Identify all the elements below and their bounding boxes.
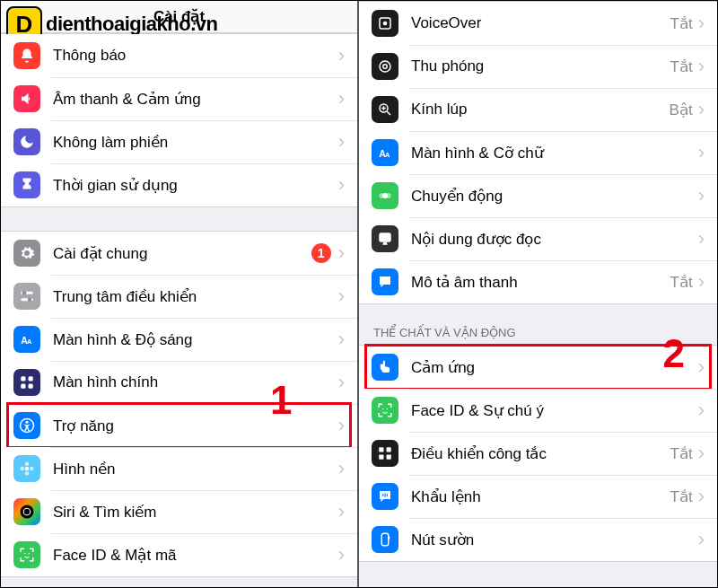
svg-point-3 — [28, 298, 32, 303]
svg-rect-37 — [387, 455, 391, 460]
settings-group: Cài đặt chung1›Trung tâm điều khiển›AAMà… — [1, 231, 357, 577]
chevron-right-icon: › — [698, 443, 705, 463]
svg-point-30 — [386, 193, 391, 198]
svg-point-12 — [25, 467, 30, 471]
row-label: Cảm ứng — [411, 358, 698, 377]
settings-row[interactable]: Face ID & Mật mã› — [1, 533, 357, 576]
settings-row[interactable]: VoiceOverTắt› — [359, 2, 717, 45]
chevron-right-icon: › — [698, 229, 705, 249]
gear-icon — [13, 240, 40, 267]
svg-point-32 — [382, 408, 384, 410]
chevron-right-icon: › — [698, 487, 705, 506]
row-value: Tắt — [670, 444, 693, 463]
svg-rect-34 — [379, 447, 383, 452]
settings-row[interactable]: Âm thanh & Cảm ứng› — [1, 77, 357, 120]
row-label: Điều khiển công tắc — [411, 444, 670, 463]
svg-rect-38 — [381, 533, 389, 546]
hourglass-icon — [13, 171, 40, 198]
svg-point-19 — [24, 553, 26, 555]
settings-row[interactable]: Màn hình chính› — [1, 361, 357, 404]
svg-rect-39 — [389, 536, 390, 540]
svg-rect-7 — [29, 376, 33, 381]
siri-icon — [13, 498, 40, 525]
row-value: Tắt — [670, 487, 693, 506]
settings-row[interactable]: Khẩu lệnhTắt› — [359, 475, 717, 518]
svg-rect-8 — [21, 384, 25, 389]
svg-rect-36 — [379, 455, 383, 460]
svg-point-15 — [21, 467, 25, 471]
touch-icon — [372, 354, 398, 381]
settings-row[interactable]: Siri & Tìm kiếm› — [1, 490, 357, 533]
chevron-right-icon: › — [338, 416, 345, 435]
settings-row[interactable]: Mô tả âm thanhTắt› — [359, 260, 717, 303]
motion-icon — [372, 182, 398, 209]
svg-text:A: A — [385, 151, 390, 159]
settings-row[interactable]: Cài đặt chung1› — [1, 232, 357, 275]
settings-row[interactable]: Hình nền› — [1, 447, 357, 490]
chevron-right-icon: › — [338, 132, 345, 152]
settings-row[interactable]: Trợ năng› — [1, 404, 357, 447]
settings-row[interactable]: Face ID & Sự chú ý› — [359, 389, 717, 432]
bell-icon — [13, 42, 40, 69]
svg-point-23 — [380, 61, 390, 72]
row-label: Hình nền — [53, 460, 338, 478]
svg-rect-35 — [387, 447, 391, 452]
chevron-right-icon: › — [338, 329, 345, 349]
moon-icon — [13, 128, 40, 155]
settings-row[interactable]: Nút sườn› — [359, 518, 717, 561]
settings-group: Cảm ứng›Face ID & Sự chú ý›Điều khiển cô… — [359, 345, 717, 562]
svg-point-22 — [383, 22, 388, 26]
row-label: Nút sườn — [411, 531, 698, 549]
zoom-icon — [372, 53, 398, 80]
row-label: Face ID & Mật mã — [53, 546, 338, 565]
settings-row[interactable]: Thời gian sử dụng› — [1, 163, 357, 206]
speech-icon — [372, 225, 398, 252]
settings-row[interactable]: AAMàn hình & Độ sáng› — [1, 318, 357, 361]
textsize-icon: AA — [372, 139, 398, 166]
chevron-right-icon: › — [338, 46, 345, 66]
row-label: Mô tả âm thanh — [411, 273, 670, 292]
row-value: Tắt — [670, 273, 693, 292]
settings-row[interactable]: Thu phóngTắt› — [359, 45, 717, 88]
section-header: THỂ CHẤT VÀ VẬN ĐỘNG — [359, 304, 717, 345]
row-label: Thu phóng — [411, 57, 670, 75]
settings-row[interactable]: Cảm ứng› — [359, 346, 717, 389]
row-value: Tắt — [670, 14, 693, 33]
row-label: Trợ năng — [53, 417, 338, 435]
settings-row[interactable]: Kính lúpBật› — [359, 88, 717, 131]
chevron-right-icon: › — [338, 243, 345, 263]
row-value: Tắt — [670, 57, 693, 76]
faceid-icon — [13, 541, 40, 568]
chevron-right-icon: › — [698, 57, 705, 76]
chevron-right-icon: › — [338, 545, 345, 565]
notification-badge: 1 — [311, 243, 331, 263]
settings-group: Thông báo›Âm thanh & Cảm ứng›Không làm p… — [1, 33, 357, 207]
settings-row[interactable]: Trung tâm điều khiển› — [1, 275, 357, 318]
switches-icon — [13, 283, 40, 310]
svg-rect-31 — [379, 233, 391, 242]
chevron-right-icon: › — [698, 400, 705, 420]
svg-point-2 — [22, 291, 27, 295]
svg-point-16 — [30, 467, 34, 471]
row-value: Bật — [670, 101, 693, 119]
row-label: Face ID & Sự chú ý — [411, 401, 698, 420]
chevron-right-icon: › — [338, 175, 345, 195]
row-label: Nội dung được đọc — [411, 230, 698, 249]
row-label: Màn hình & Cỡ chữ — [411, 144, 698, 162]
settings-row[interactable]: AAMàn hình & Cỡ chữ› — [359, 131, 717, 174]
settings-row[interactable]: Chuyển động› — [359, 174, 717, 217]
chevron-right-icon: › — [698, 530, 705, 549]
row-label: Khẩu lệnh — [411, 487, 670, 506]
settings-row[interactable]: Thông báo› — [1, 34, 357, 77]
voicectrl-icon — [372, 483, 398, 510]
chevron-right-icon: › — [698, 272, 705, 292]
settings-row[interactable]: Nội dung được đọc› — [359, 217, 717, 260]
settings-row[interactable]: Không làm phiền› — [1, 120, 357, 163]
flower-icon — [13, 455, 40, 482]
apps-icon — [13, 369, 40, 396]
settings-left-pane: Cài đặt D dienthoaigiakho.vn Thông báo›Â… — [1, 1, 359, 587]
settings-row[interactable]: Điều khiển công tắcTắt› — [359, 432, 717, 475]
row-label: Siri & Tìm kiếm — [53, 503, 338, 522]
chevron-right-icon: › — [698, 186, 705, 206]
textsize-icon: AA — [13, 326, 40, 353]
